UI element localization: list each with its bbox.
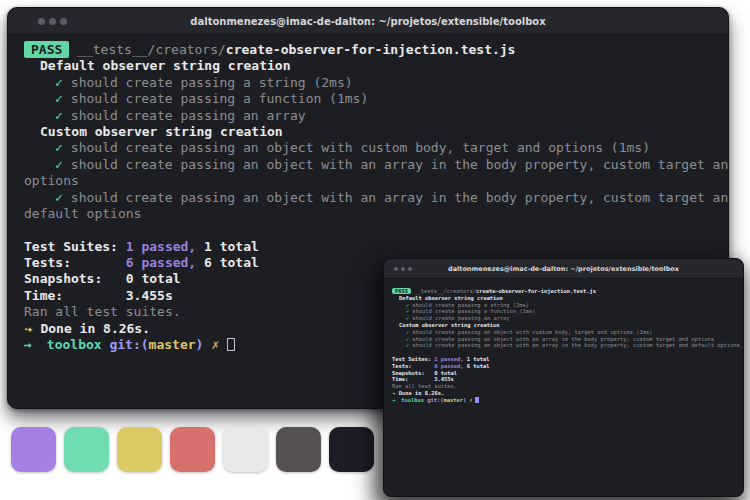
test-result-text: should create passing a string (2ms) — [71, 75, 353, 90]
test-file-line: PASS __tests__/creators/create-observer-… — [24, 42, 728, 58]
git-prefix: git:( — [424, 397, 443, 403]
color-swatch-white — [223, 427, 268, 472]
check-icon: ✓ — [406, 342, 409, 348]
summary-label: Tests: — [392, 363, 434, 369]
zoom-button[interactable] — [60, 18, 67, 25]
test-result-line: ✓should create passing a string (2ms) — [24, 75, 728, 91]
prompt-line[interactable]: →toolbox git:(master)✗ — [392, 397, 743, 404]
minimize-button[interactable] — [49, 18, 56, 25]
close-button[interactable] — [38, 18, 45, 25]
test-result-text: should create passing an object with cus… — [412, 329, 652, 335]
summary-total: 6 total — [196, 255, 259, 270]
test-file-name: create-observer-for-injection.test.js — [476, 288, 596, 294]
test-result-text: should create passing an array — [412, 315, 509, 321]
color-swatch-dark — [329, 427, 374, 472]
summary-value: 0 total — [126, 271, 181, 286]
prompt-arrow-icon: → — [24, 337, 32, 352]
pass-badge: PASS — [392, 288, 411, 294]
check-icon: ✓ — [55, 140, 63, 155]
suite-heading-default: Default observer string creation — [392, 295, 743, 302]
suite-heading-custom: Custom observer string creation — [24, 124, 728, 140]
summary-snapshots: Snapshots: 0 total — [392, 370, 743, 377]
pass-badge: PASS — [24, 41, 69, 58]
terminal-cursor — [475, 397, 479, 403]
summary-total: 1 total — [196, 239, 259, 254]
test-result-text: should create passing an object with an … — [412, 342, 740, 348]
test-result-line: ✓should create passing an object with cu… — [392, 329, 743, 336]
summary-label: Tests: — [24, 255, 126, 270]
check-icon: ✓ — [406, 302, 409, 308]
git-branch: master — [443, 397, 462, 403]
test-result-text: should create passing an object with an … — [71, 190, 729, 205]
color-swatch-purple — [11, 427, 56, 472]
minimize-button[interactable] — [401, 267, 405, 271]
test-result-line: ✓should create passing an array — [392, 315, 743, 322]
summary-time: Time: 3.455s — [392, 376, 743, 383]
test-result-text: should create passing a function (1ms) — [412, 308, 535, 314]
test-result-line: ✓should create passing an object with cu… — [24, 140, 728, 156]
summary-label: Test Suites: — [392, 356, 434, 362]
summary-passed: 6 passed, — [126, 255, 196, 270]
suite-heading-custom: Custom observer string creation — [392, 322, 743, 329]
test-result-line: ✓should create passing an object with an… — [24, 157, 728, 173]
color-swatch-yellow — [117, 427, 162, 472]
summary-suites: Test Suites: 1 passed, 1 total — [392, 356, 743, 363]
test-result-line: ✓should create passing a string (2ms) — [392, 302, 743, 309]
summary-total: 1 total — [463, 356, 489, 362]
blank-line — [392, 349, 743, 356]
test-result-line: ✓should create passing an object with an… — [392, 336, 743, 343]
test-result-line: ✓should create passing an object with an… — [392, 342, 743, 349]
terminal-output[interactable]: PASS __tests__/creators/create-observer-… — [384, 279, 743, 404]
test-result-text: should create passing an object with an … — [71, 157, 729, 172]
zoom-button[interactable] — [408, 267, 412, 271]
close-button[interactable] — [394, 267, 398, 271]
summary-value: 3.455s — [126, 288, 173, 303]
color-swatch-mint — [64, 427, 109, 472]
test-file-dir: __tests__/creators/ — [411, 288, 476, 294]
test-result-text: should create passing an array — [71, 108, 306, 123]
summary-label: Time: — [392, 376, 434, 382]
check-icon: ✓ — [406, 315, 409, 321]
prompt-arrow-icon: → — [392, 397, 395, 403]
prompt-dir: toolbox — [401, 397, 424, 403]
test-result-text: should create passing an object with cus… — [71, 140, 650, 155]
test-file-dir: __tests__/creators/ — [69, 42, 226, 57]
test-file-line: PASS __tests__/creators/create-observer-… — [392, 288, 743, 295]
blank-line — [24, 222, 728, 238]
test-result-wrap: default options — [24, 206, 728, 222]
terminal-window-mini: daltonmenezes@imac-de-dalton: ~/projetos… — [383, 258, 744, 497]
check-icon: ✓ — [55, 91, 63, 106]
summary-tests: Tests: 6 passed, 6 total — [392, 363, 743, 370]
color-swatch-red — [170, 427, 215, 472]
sparkle-icon: ✦ — [393, 390, 396, 397]
done-text: Done in 8.26s. — [399, 390, 444, 396]
summary-suites: Test Suites: 1 passed, 1 total — [24, 239, 728, 255]
summary-label: Snapshots: — [24, 271, 126, 286]
ran-all-line: Ran all test suites. — [392, 383, 743, 390]
test-result-line: ✓should create passing an object with an… — [24, 190, 728, 206]
test-file-name: create-observer-for-injection.test.js — [226, 42, 516, 57]
test-result-text: should create passing a function (1ms) — [71, 91, 368, 106]
window-title: daltonmenezes@imac-de-dalton: ~/projetos… — [8, 8, 728, 34]
check-icon: ✓ — [55, 75, 63, 90]
check-icon: ✓ — [55, 157, 63, 172]
summary-label: Time: — [24, 288, 126, 303]
git-suffix: ) — [196, 337, 204, 352]
prompt-dir: toolbox — [47, 337, 102, 352]
git-dirty-icon: ✗ — [469, 397, 472, 403]
summary-passed: 1 passed, — [126, 239, 196, 254]
color-palette — [11, 427, 374, 472]
git-branch: master — [149, 337, 196, 352]
check-icon: ✓ — [406, 308, 409, 314]
summary-total: 6 total — [463, 363, 489, 369]
check-icon: ✓ — [55, 108, 63, 123]
done-text: Done in 8.26s. — [40, 321, 150, 336]
test-result-line: ✓should create passing an array — [24, 108, 728, 124]
check-icon: ✓ — [55, 190, 63, 205]
window-controls — [394, 259, 412, 278]
summary-label: Snapshots: — [392, 370, 434, 376]
titlebar[interactable]: daltonmenezes@imac-de-dalton: ~/projetos… — [8, 8, 728, 35]
sparkle-icon: ✦ — [26, 321, 33, 337]
git-suffix: ) — [463, 397, 466, 403]
titlebar[interactable]: daltonmenezes@imac-de-dalton: ~/projetos… — [384, 259, 743, 279]
